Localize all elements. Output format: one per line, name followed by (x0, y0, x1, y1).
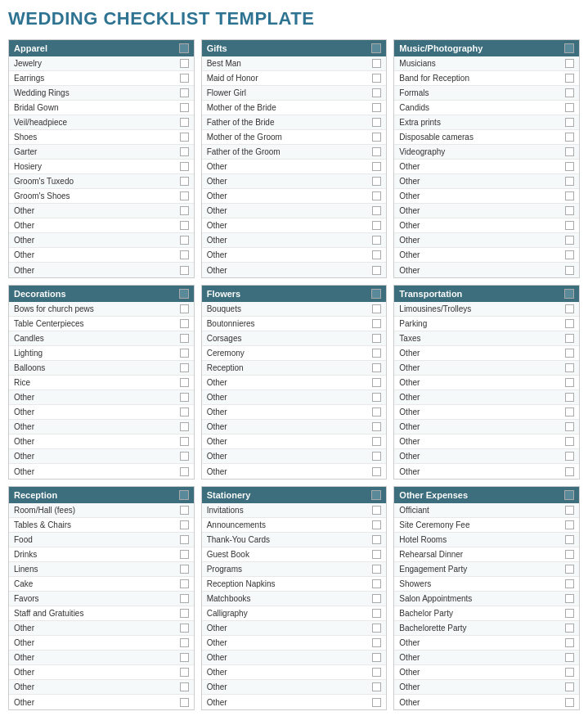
row-checkbox[interactable] (372, 668, 381, 677)
row-checkbox[interactable] (565, 594, 574, 603)
row-checkbox[interactable] (372, 334, 381, 343)
row-checkbox[interactable] (180, 304, 189, 313)
section-checkbox-header-other-expenses[interactable] (564, 490, 574, 500)
row-checkbox[interactable] (565, 638, 574, 647)
row-checkbox[interactable] (180, 609, 189, 618)
row-checkbox[interactable] (372, 565, 381, 574)
row-checkbox[interactable] (565, 624, 574, 633)
row-checkbox[interactable] (180, 624, 189, 633)
row-checkbox[interactable] (372, 609, 381, 618)
section-checkbox-header-decorations[interactable] (179, 289, 189, 299)
row-checkbox[interactable] (372, 520, 381, 529)
row-checkbox[interactable] (565, 74, 574, 83)
row-checkbox[interactable] (180, 59, 189, 68)
row-checkbox[interactable] (180, 467, 189, 476)
row-checkbox[interactable] (372, 653, 381, 662)
row-checkbox[interactable] (565, 682, 574, 691)
row-checkbox[interactable] (565, 579, 574, 588)
row-checkbox[interactable] (180, 393, 189, 402)
row-checkbox[interactable] (180, 378, 189, 387)
row-checkbox[interactable] (372, 133, 381, 142)
row-checkbox[interactable] (565, 206, 574, 215)
row-checkbox[interactable] (565, 88, 574, 97)
row-checkbox[interactable] (565, 698, 574, 707)
row-checkbox[interactable] (180, 506, 189, 515)
row-checkbox[interactable] (565, 319, 574, 328)
row-checkbox[interactable] (180, 250, 189, 259)
row-checkbox[interactable] (180, 363, 189, 372)
row-checkbox[interactable] (180, 133, 189, 142)
row-checkbox[interactable] (565, 236, 574, 245)
row-checkbox[interactable] (372, 319, 381, 328)
row-checkbox[interactable] (180, 177, 189, 186)
row-checkbox[interactable] (565, 668, 574, 677)
row-checkbox[interactable] (565, 162, 574, 171)
row-checkbox[interactable] (180, 579, 189, 588)
row-checkbox[interactable] (372, 594, 381, 603)
row-checkbox[interactable] (565, 422, 574, 431)
row-checkbox[interactable] (372, 579, 381, 588)
row-checkbox[interactable] (565, 334, 574, 343)
row-checkbox[interactable] (565, 378, 574, 387)
row-checkbox[interactable] (372, 147, 381, 156)
row-checkbox[interactable] (372, 452, 381, 461)
row-checkbox[interactable] (372, 349, 381, 358)
row-checkbox[interactable] (565, 452, 574, 461)
row-checkbox[interactable] (180, 535, 189, 544)
row-checkbox[interactable] (180, 266, 189, 275)
row-checkbox[interactable] (565, 506, 574, 515)
row-checkbox[interactable] (372, 698, 381, 707)
section-checkbox-header-flowers[interactable] (371, 289, 381, 299)
row-checkbox[interactable] (180, 319, 189, 328)
section-checkbox-header-stationery[interactable] (371, 490, 381, 500)
row-checkbox[interactable] (565, 467, 574, 476)
row-checkbox[interactable] (180, 653, 189, 662)
row-checkbox[interactable] (180, 191, 189, 200)
row-checkbox[interactable] (565, 520, 574, 529)
row-checkbox[interactable] (372, 236, 381, 245)
row-checkbox[interactable] (372, 88, 381, 97)
row-checkbox[interactable] (372, 378, 381, 387)
row-checkbox[interactable] (565, 609, 574, 618)
row-checkbox[interactable] (372, 422, 381, 431)
row-checkbox[interactable] (565, 408, 574, 417)
row-checkbox[interactable] (180, 668, 189, 677)
section-checkbox-header-apparel[interactable] (179, 43, 189, 53)
section-checkbox-header-gifts[interactable] (371, 43, 381, 53)
row-checkbox[interactable] (180, 422, 189, 431)
row-checkbox[interactable] (372, 59, 381, 68)
row-checkbox[interactable] (565, 191, 574, 200)
row-checkbox[interactable] (565, 59, 574, 68)
row-checkbox[interactable] (565, 349, 574, 358)
row-checkbox[interactable] (372, 393, 381, 402)
row-checkbox[interactable] (565, 393, 574, 402)
row-checkbox[interactable] (180, 408, 189, 417)
row-checkbox[interactable] (565, 653, 574, 662)
row-checkbox[interactable] (180, 221, 189, 230)
row-checkbox[interactable] (180, 349, 189, 358)
row-checkbox[interactable] (180, 594, 189, 603)
section-checkbox-header-reception[interactable] (179, 490, 189, 500)
row-checkbox[interactable] (372, 177, 381, 186)
row-checkbox[interactable] (180, 698, 189, 707)
row-checkbox[interactable] (565, 250, 574, 259)
section-checkbox-header-transportation[interactable] (564, 289, 574, 299)
row-checkbox[interactable] (180, 452, 189, 461)
row-checkbox[interactable] (372, 206, 381, 215)
row-checkbox[interactable] (180, 236, 189, 245)
row-checkbox[interactable] (565, 221, 574, 230)
row-checkbox[interactable] (372, 506, 381, 515)
row-checkbox[interactable] (372, 363, 381, 372)
row-checkbox[interactable] (565, 118, 574, 127)
row-checkbox[interactable] (180, 206, 189, 215)
row-checkbox[interactable] (180, 437, 189, 446)
row-checkbox[interactable] (180, 520, 189, 529)
row-checkbox[interactable] (372, 437, 381, 446)
row-checkbox[interactable] (565, 133, 574, 142)
row-checkbox[interactable] (372, 266, 381, 275)
row-checkbox[interactable] (372, 638, 381, 647)
row-checkbox[interactable] (180, 147, 189, 156)
section-checkbox-header-music-photography[interactable] (564, 43, 574, 53)
row-checkbox[interactable] (180, 638, 189, 647)
row-checkbox[interactable] (565, 363, 574, 372)
